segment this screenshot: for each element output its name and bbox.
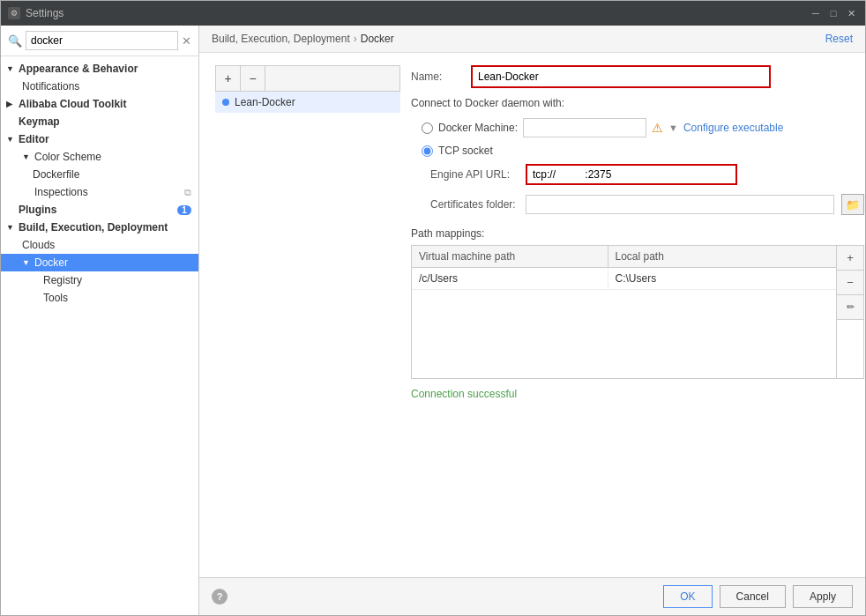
window-title: Settings (26, 7, 803, 19)
sidebar-item-inspections[interactable]: ▶ Inspections ⧉ (1, 183, 198, 201)
docker-right-column: Name: Connect to Docker daemon with: Doc… (411, 65, 864, 400)
action-buttons: OK Cancel Apply (663, 585, 853, 608)
search-box: 🔍 ✕ (1, 26, 198, 56)
path-add-button[interactable]: + (837, 246, 863, 271)
sidebar-item-editor[interactable]: ▼ Editor (1, 130, 198, 148)
docker-machine-label: Docker Machine: (438, 122, 518, 134)
engine-api-row: Engine API URL: (430, 164, 864, 185)
sidebar-item-registry[interactable]: Registry (1, 271, 198, 289)
main-content: Build, Execution, Deployment › Docker Re… (199, 26, 865, 615)
apply-button[interactable]: Apply (793, 585, 853, 608)
plugins-badge: 1 (177, 205, 191, 215)
engine-api-label: Engine API URL: (430, 168, 519, 181)
name-row: Name: (411, 65, 864, 88)
expand-arrow-alibaba-icon: ▶ (6, 100, 15, 108)
reset-button[interactable]: Reset (825, 33, 853, 45)
search-clear-button[interactable]: ✕ (182, 35, 191, 47)
path-remove-button[interactable]: − (837, 271, 863, 295)
search-icon: 🔍 (8, 34, 22, 48)
sidebar: 🔍 ✕ ▼ Appearance & Behavior Notification… (1, 26, 199, 615)
path-edit-button[interactable]: ✏ (837, 295, 863, 320)
breadcrumb-current: Docker (361, 33, 394, 45)
app-icon: ⚙ (8, 7, 20, 19)
breadcrumb-arrow: › (354, 33, 357, 45)
nav-tree: ▼ Appearance & Behavior Notifications ▶ … (1, 56, 198, 615)
cert-label: Certificates folder: (430, 198, 519, 211)
path-table-header: Virtual machine path Local path (412, 246, 836, 268)
settings-window: ⚙ Settings ─ □ ✕ 🔍 ✕ ▼ Appearance & Beha… (0, 0, 866, 616)
sidebar-item-appearance-behavior[interactable]: ▼ Appearance & Behavior (1, 60, 198, 78)
connection-status: Connection successful (411, 388, 864, 400)
path-mappings-title: Path mappings: (411, 227, 864, 240)
configure-link[interactable]: Configure executable (683, 122, 783, 134)
inspections-copy-icon: ⧉ (184, 187, 191, 198)
expand-arrow-icon: ▼ (6, 64, 15, 73)
tcp-socket-radio-row: TCP socket (422, 145, 864, 157)
title-bar: ⚙ Settings ─ □ ✕ (1, 1, 865, 26)
content-area: 🔍 ✕ ▼ Appearance & Behavior Notification… (1, 26, 865, 615)
sidebar-item-clouds[interactable]: Clouds (1, 236, 198, 254)
docker-panel: + − Lean-Docker Name: (199, 53, 865, 577)
full-layout: + − Lean-Docker Name: (215, 65, 849, 400)
docker-status-dot (222, 99, 229, 106)
maximize-button[interactable]: □ (826, 6, 840, 20)
sidebar-item-alibaba-cloud[interactable]: ▶ Alibaba Cloud Toolkit (1, 95, 198, 113)
breadcrumb-parent: Build, Execution, Deployment (212, 33, 350, 45)
sidebar-item-color-scheme[interactable]: ▼ Color Scheme (1, 148, 198, 166)
dropdown-arrow-icon: ▼ (668, 122, 678, 133)
vm-path-header: Virtual machine path (412, 246, 608, 267)
local-path-cell: C:\Users (608, 268, 805, 289)
path-table-row[interactable]: /c/Users C:\Users (412, 268, 836, 290)
sidebar-item-plugins[interactable]: ▶ Plugins 1 (1, 201, 198, 219)
path-mappings-section: Path mappings: Virtual machine path Loca… (411, 227, 864, 379)
name-label: Name: (411, 71, 464, 83)
add-docker-button[interactable]: + (216, 66, 241, 91)
vm-path-cell: /c/Users (412, 268, 608, 289)
expand-arrow-editor-icon: ▼ (6, 135, 15, 144)
ok-button[interactable]: OK (663, 585, 712, 608)
path-empty-area (412, 290, 836, 378)
expand-arrow-colorscheme-icon: ▼ (22, 152, 31, 161)
sidebar-item-keymap[interactable]: ▶ Keymap (1, 113, 198, 130)
folder-icon: 📁 (846, 198, 860, 212)
docker-machine-input[interactable] (523, 118, 646, 137)
tcp-socket-radio[interactable] (422, 145, 433, 157)
engine-api-input[interactable] (526, 164, 737, 185)
connect-label: Connect to Docker daemon with: (411, 97, 864, 109)
breadcrumb: Build, Execution, Deployment › Docker (212, 33, 394, 45)
cancel-button[interactable]: Cancel (720, 585, 786, 608)
docker-left-column: + − Lean-Docker (215, 65, 400, 400)
search-input[interactable] (26, 31, 178, 50)
path-table-wrapper: Virtual machine path Local path /c/Users… (411, 245, 864, 379)
docker-item-name: Lean-Docker (235, 96, 295, 108)
sidebar-item-dockerfile[interactable]: Dockerfile (1, 166, 198, 183)
expand-arrow-docker-icon: ▼ (22, 258, 31, 267)
docker-list-item[interactable]: Lean-Docker (215, 92, 400, 113)
sidebar-item-build-execution[interactable]: ▼ Build, Execution, Deployment (1, 219, 198, 236)
sidebar-item-notifications[interactable]: Notifications (1, 78, 198, 95)
window-controls: ─ □ ✕ (809, 6, 858, 20)
help-button[interactable]: ? (212, 589, 228, 605)
path-side-buttons: + − ✏ (836, 246, 863, 378)
bottom-bar: ? OK Cancel Apply (199, 577, 865, 615)
remove-docker-button[interactable]: − (241, 66, 265, 91)
sidebar-item-docker[interactable]: ▼ Docker (1, 254, 198, 271)
warning-icon: ⚠ (652, 121, 663, 135)
docker-machine-radio[interactable] (422, 122, 433, 134)
cert-browse-button[interactable]: 📁 (841, 194, 864, 215)
minimize-button[interactable]: ─ (809, 6, 823, 20)
close-button[interactable]: ✕ (844, 6, 858, 20)
sidebar-item-tools[interactable]: Tools (1, 289, 198, 307)
breadcrumb-bar: Build, Execution, Deployment › Docker Re… (199, 26, 865, 53)
expand-arrow-build-icon: ▼ (6, 223, 15, 232)
cert-input[interactable] (526, 195, 834, 214)
name-input[interactable] (471, 65, 771, 88)
path-data-area: Virtual machine path Local path /c/Users… (412, 246, 836, 378)
local-path-header: Local path (608, 246, 805, 267)
tcp-socket-label: TCP socket (438, 145, 493, 157)
cert-row: Certificates folder: 📁 (430, 194, 864, 215)
docker-machine-radio-row: Docker Machine: ⚠ ▼ Configure executable (422, 118, 864, 137)
